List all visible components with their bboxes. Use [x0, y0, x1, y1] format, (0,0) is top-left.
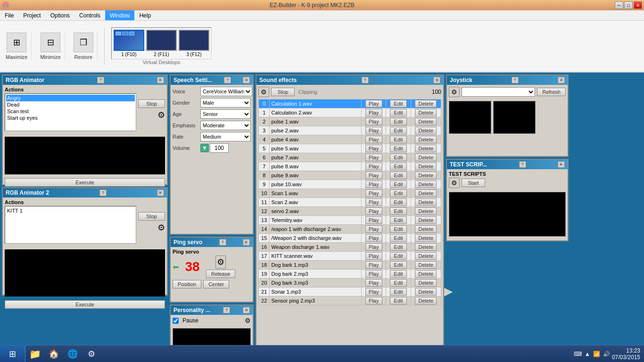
sound-table-row[interactable]: 11 Scan 2.wav Play Edit Delete — [259, 198, 441, 207]
sound-delete-btn[interactable]: Delete — [415, 163, 437, 170]
rgb1-action-1[interactable]: Dead — [6, 101, 135, 108]
sound-delete-btn[interactable]: Delete — [415, 145, 437, 152]
rgb1-action-3[interactable]: Start up eyes — [6, 115, 135, 121]
menu-file[interactable]: File — [0, 10, 18, 20]
sound-table-row[interactable]: 12 servo 2.wav Play Edit Delete — [259, 207, 441, 216]
sound-play-btn[interactable]: Play — [365, 297, 382, 304]
sound-delete-btn[interactable]: Delete — [415, 243, 437, 251]
sound-table-row[interactable]: 7 pulse 8.wav Play Edit Delete — [259, 162, 441, 171]
rgb1-close-btn[interactable]: ✕ — [157, 77, 164, 83]
personality-help-btn[interactable]: ? — [223, 307, 230, 313]
rgb2-action-0[interactable]: KITT 1 — [6, 207, 135, 214]
speech-gender-select[interactable]: Male — [200, 98, 251, 107]
sound-delete-btn[interactable]: Delete — [415, 279, 437, 287]
sound-edit-btn[interactable]: Edit — [390, 225, 407, 233]
sound-delete-btn[interactable]: Delete — [415, 234, 437, 242]
menu-window[interactable]: Window — [105, 10, 135, 20]
sound-table-row[interactable]: 3 pulse 2.wav Play Edit Delete — [259, 126, 441, 135]
sound-table-row[interactable]: 16 Weapon discharge 1.wav Play Edit Dele… — [259, 243, 441, 252]
speech-vol-down-btn[interactable]: ▼ — [200, 144, 209, 152]
rgb1-action-2[interactable]: Scan test — [6, 108, 135, 115]
ping-close-btn[interactable]: ✕ — [243, 239, 250, 246]
ping-release-button[interactable]: Release — [206, 270, 235, 278]
speech-voice-select[interactable]: CereVoice William — [200, 87, 252, 96]
menu-controls[interactable]: Controls — [74, 10, 105, 20]
sound-play-btn[interactable]: Play — [365, 100, 382, 107]
restore-icon[interactable]: ❐ — [74, 33, 93, 52]
sound-play-btn[interactable]: Play — [365, 261, 382, 269]
desktop-3-thumb[interactable] — [179, 30, 209, 51]
soundfx-help-btn[interactable]: ? — [362, 77, 369, 83]
testscripts-settings-icon[interactable]: ⚙ — [449, 178, 460, 188]
testscripts-start-button[interactable]: Start — [462, 179, 485, 187]
sound-delete-btn[interactable]: Delete — [415, 136, 437, 143]
rgb2-close-btn[interactable]: ✕ — [157, 189, 164, 196]
sound-delete-btn[interactable]: Delete — [415, 118, 437, 125]
sound-delete-btn[interactable]: Delete — [415, 181, 437, 188]
ping-settings-icon[interactable]: ⚙ — [215, 255, 226, 269]
sound-table-row[interactable]: 6 pulse 7.wav Play Edit Delete — [259, 153, 441, 162]
sound-edit-btn[interactable]: Edit — [390, 234, 407, 242]
sound-play-btn[interactable]: Play — [365, 288, 382, 296]
sound-edit-btn[interactable]: Edit — [390, 198, 407, 206]
sound-play-btn[interactable]: Play — [365, 207, 382, 215]
sound-delete-btn[interactable]: Delete — [415, 127, 437, 134]
taskbar-browser[interactable]: 🌐 — [63, 346, 82, 362]
sound-edit-btn[interactable]: Edit — [390, 136, 407, 143]
sound-edit-btn[interactable]: Edit — [390, 216, 407, 224]
sound-play-btn[interactable]: Play — [365, 163, 382, 170]
rgb1-actions-list[interactable]: Angry Dead Scan test Start up eyes — [5, 93, 136, 131]
sound-play-btn[interactable]: Play — [365, 234, 382, 242]
maximize-button[interactable]: □ — [624, 1, 633, 9]
ping-help-btn[interactable]: ? — [219, 239, 226, 246]
speech-emphasis-select[interactable]: Moderate — [200, 121, 251, 130]
sound-edit-btn[interactable]: Edit — [390, 100, 407, 107]
speech-close-btn[interactable]: ✕ — [243, 77, 250, 83]
sound-play-btn[interactable]: Play — [365, 181, 382, 188]
soundfx-close-btn[interactable]: ✕ — [433, 77, 440, 83]
personality-pause-checkbox[interactable] — [173, 318, 179, 324]
sound-delete-btn[interactable]: Delete — [415, 100, 437, 107]
rgb1-stop-button[interactable]: Stop — [138, 99, 165, 108]
taskbar-home[interactable]: 🏠 — [44, 346, 63, 362]
sound-edit-btn[interactable]: Edit — [390, 163, 407, 170]
sound-table-row[interactable]: 19 Dog bark 2.mp3 Play Edit Delete — [259, 270, 441, 279]
close-button[interactable]: ✕ — [634, 1, 642, 9]
sound-table-row[interactable]: 14 /eapon 1 with discharge 2.wav Play Ed… — [259, 225, 441, 234]
rgb2-settings-icon[interactable]: ⚙ — [157, 222, 165, 233]
rgb2-stop-button[interactable]: Stop — [138, 212, 165, 221]
sound-delete-btn[interactable]: Delete — [415, 207, 437, 215]
sound-edit-btn[interactable]: Edit — [390, 145, 407, 152]
sound-table-row[interactable]: 10 Scan 1.wav Play Edit Delete — [259, 189, 441, 198]
sound-edit-btn[interactable]: Edit — [390, 172, 407, 179]
sound-delete-btn[interactable]: Delete — [415, 252, 437, 260]
menu-project[interactable]: Project — [18, 10, 45, 20]
sound-play-btn[interactable]: Play — [365, 225, 382, 233]
personality-close-btn[interactable]: ✕ — [243, 307, 250, 313]
sound-table-row[interactable]: 8 pulse 9.wav Play Edit Delete — [259, 171, 441, 180]
sound-play-btn[interactable]: Play — [365, 198, 382, 206]
sound-play-btn[interactable]: Play — [365, 136, 382, 143]
sound-delete-btn[interactable]: Delete — [415, 270, 437, 278]
sound-table-row[interactable]: 13 Telemitry.wav Play Edit Delete — [259, 216, 441, 225]
speech-help-btn[interactable]: ? — [224, 77, 231, 83]
joystick-settings-icon[interactable]: ⚙ — [449, 87, 460, 97]
ping-position-button[interactable]: Position — [173, 280, 201, 288]
sound-edit-btn[interactable]: Edit — [390, 207, 407, 215]
soundfx-stop-button[interactable]: Stop — [271, 88, 295, 96]
sound-edit-btn[interactable]: Edit — [390, 243, 407, 251]
sound-edit-btn[interactable]: Edit — [390, 270, 407, 278]
rgb1-execute-button[interactable]: Execute — [5, 178, 165, 187]
joystick-select[interactable] — [462, 87, 535, 97]
sound-play-btn[interactable]: Play — [365, 216, 382, 224]
sound-table-row[interactable]: 0 Calculation 1.wav Play Edit Delete — [259, 99, 441, 108]
sound-table-row[interactable]: 2 pulse 1.wav Play Edit Delete — [259, 117, 441, 126]
sound-play-btn[interactable]: Play — [365, 118, 382, 125]
testscripts-help-btn[interactable]: ? — [519, 161, 526, 168]
speech-age-select[interactable]: Senior — [200, 109, 251, 119]
sound-table-row[interactable]: 17 KITT scanner.wav Play Edit Delete — [259, 252, 441, 261]
sound-table-row[interactable]: 20 Dog bark 3.mp3 Play Edit Delete — [259, 279, 441, 288]
sound-edit-btn[interactable]: Edit — [390, 127, 407, 134]
testscripts-close-btn[interactable]: ✕ — [558, 161, 565, 168]
sound-delete-btn[interactable]: Delete — [415, 109, 437, 116]
